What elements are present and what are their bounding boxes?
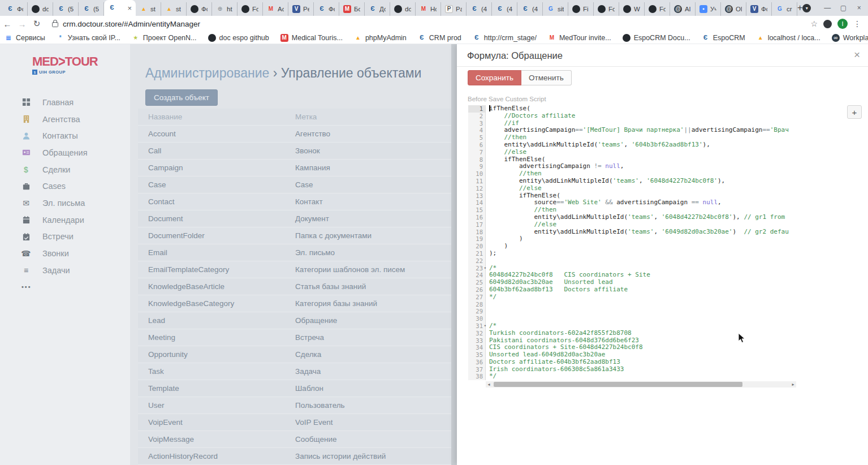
- entity-name-link[interactable]: Account: [138, 130, 295, 138]
- browser-tab[interactable]: ЄДо: [365, 2, 390, 16]
- browser-tab[interactable]: Fo: [237, 2, 263, 16]
- code-line[interactable]: 4 advertisingCampaign=='[MedTour] Врачи …: [468, 127, 796, 134]
- fold-arrow-icon[interactable]: ▾: [484, 265, 486, 271]
- code-text[interactable]: source=='Web Site' && advertisingCampaig…: [486, 199, 796, 206]
- entity-name-link[interactable]: Meeting: [138, 333, 295, 342]
- code-line[interactable]: 32Turkish coordinators-602a42f855f2b8708: [468, 330, 796, 337]
- code-text[interactable]: Pakistani coordinators-6048d376dd6be6f23: [486, 337, 796, 345]
- code-editor[interactable]: 1ifThenElse(2 //Doctors affiliate3 //if4…: [468, 105, 796, 388]
- entity-name-link[interactable]: Campaign: [138, 163, 295, 172]
- bookmark-item[interactable]: ЄEspoCRM: [702, 34, 745, 42]
- entity-name-link[interactable]: Lead: [138, 316, 295, 325]
- code-text[interactable]: //Doctors affiliate: [486, 113, 796, 120]
- code-text[interactable]: entity\addLinkMultipleId('teams', '604b3…: [486, 141, 796, 149]
- bookmark-item[interactable]: MMedical Touris...: [280, 34, 343, 42]
- scroll-right-icon[interactable]: ▸: [790, 381, 796, 388]
- omnibox[interactable]: crm.doctour.store/#Admin/entityManager: [52, 20, 810, 28]
- browser-tab[interactable]: Є(4: [492, 2, 517, 16]
- bookmark-item[interactable]: MMedTour invite...: [548, 34, 611, 42]
- code-text[interactable]: //then: [486, 206, 796, 214]
- code-text[interactable]: Turkish coordinators-602a42f855f2b8708: [486, 330, 796, 337]
- browser-tab[interactable]: MБо: [339, 2, 365, 16]
- entity-name-link[interactable]: VoipEvent: [138, 418, 295, 427]
- code-text[interactable]: 6048d4227b24bc0f8 CIS coordinators + Sit…: [486, 272, 796, 279]
- code-text[interactable]: );: [486, 250, 796, 257]
- browser-tab[interactable]: Gcr: [772, 2, 797, 16]
- code-line[interactable]: 29: [468, 308, 796, 315]
- browser-tab[interactable]: Є(5: [79, 2, 104, 16]
- bookmark-item[interactable]: Єhttp://crm_stage/: [473, 34, 537, 42]
- code-text[interactable]: //else: [486, 185, 796, 192]
- breadcrumb-admin-link[interactable]: Администрирование: [145, 66, 269, 80]
- code-line[interactable]: 5 //then: [468, 134, 796, 141]
- forward-icon[interactable]: →: [15, 18, 29, 30]
- code-line[interactable]: 27*/: [468, 294, 796, 301]
- code-text[interactable]: [486, 301, 796, 308]
- bookmark-star-icon[interactable]: ☆: [810, 19, 818, 28]
- browser-tab[interactable]: VPe: [288, 2, 314, 16]
- code-text[interactable]: Doctors affiliate-604b3bf62aad8bf13: [486, 359, 796, 366]
- close-window-button[interactable]: ×: [852, 1, 866, 15]
- code-text[interactable]: //then: [486, 134, 796, 141]
- browser-tab[interactable]: MHо: [416, 2, 441, 16]
- code-line[interactable]: 28: [468, 301, 796, 308]
- entity-name-link[interactable]: VoipMessage: [138, 435, 295, 444]
- bookmark-item[interactable]: *Узнать свой IP...: [57, 34, 120, 42]
- code-text[interactable]: ifThenElse(: [486, 192, 796, 200]
- minimize-button[interactable]: —: [820, 1, 835, 15]
- close-icon[interactable]: ×: [854, 44, 860, 66]
- code-line[interactable]: 3 //if: [468, 120, 796, 127]
- fold-arrow-icon[interactable]: ▾: [484, 323, 486, 329]
- entity-name-link[interactable]: Document: [138, 214, 295, 223]
- code-text[interactable]: ifThenElse(: [486, 105, 796, 113]
- code-line[interactable]: 8 ifThenElse(: [468, 156, 796, 163]
- sidebar-item-person[interactable]: Контакты: [0, 127, 130, 144]
- entity-name-link[interactable]: KnowledgeBaseCategory: [138, 299, 295, 308]
- sidebar-item-briefcase[interactable]: Cases: [0, 178, 130, 195]
- code-line[interactable]: 34CIS coordinators + Site-6048d4227b24bc…: [468, 344, 796, 351]
- code-text[interactable]: //then: [486, 170, 796, 178]
- bookmark-item[interactable]: EspoCRM Docu...: [623, 34, 690, 42]
- back-icon[interactable]: ←: [0, 18, 15, 30]
- browser-tab[interactable]: @Ol: [721, 2, 746, 16]
- bookmark-item[interactable]: ∞Workplace: [832, 34, 868, 42]
- browser-tab-active[interactable]: Є×: [104, 0, 136, 16]
- code-text[interactable]: ): [486, 235, 796, 243]
- code-text[interactable]: ifThenElse(: [486, 156, 796, 163]
- code-line[interactable]: 2 //Doctors affiliate: [468, 113, 796, 120]
- code-line[interactable]: 13 ifThenElse(: [468, 192, 796, 200]
- code-line[interactable]: 37Irish coordinators-606308c5a861a3433: [468, 366, 796, 373]
- browser-tab[interactable]: Є(4: [467, 2, 492, 16]
- browser-tab[interactable]: PPa: [441, 2, 467, 16]
- entity-name-link[interactable]: Template: [138, 384, 295, 393]
- entity-name-link[interactable]: User: [138, 401, 295, 410]
- code-line[interactable]: 30: [468, 315, 796, 322]
- code-line[interactable]: 12 //else: [468, 185, 796, 192]
- code-line[interactable]: 22: [468, 257, 796, 265]
- code-text[interactable]: //else: [486, 149, 796, 156]
- browser-tab[interactable]: Fo: [645, 2, 670, 16]
- code-text[interactable]: Unsorted lead-6049d82d0ac3b20ae: [486, 351, 796, 359]
- editor-hscrollbar[interactable]: ◂ ▸: [486, 381, 796, 388]
- code-line[interactable]: 21);: [468, 250, 796, 257]
- bookmark-item[interactable]: ▲localhost / loca...: [757, 34, 821, 42]
- code-text[interactable]: ): [486, 243, 796, 250]
- browser-tab[interactable]: Є(4: [517, 2, 543, 16]
- entity-name-link[interactable]: KnowledgeBaseArticle: [138, 282, 295, 291]
- entity-name-link[interactable]: Opportunity: [138, 350, 295, 359]
- sidebar-more-icon[interactable]: •••: [21, 283, 130, 290]
- code-text[interactable]: entity\addLinkMultipleId('teams', '6048d…: [486, 214, 796, 221]
- sidebar-item-envelope[interactable]: ✉Эл. письма: [0, 195, 130, 212]
- entity-name-link[interactable]: DocumentFolder: [138, 231, 295, 240]
- bookmark-item[interactable]: ▦Сервисы: [5, 34, 45, 42]
- browser-tab[interactable]: do: [390, 2, 416, 16]
- browser-tab[interactable]: @Al: [670, 2, 696, 16]
- sidebar-item-tasklist[interactable]: ≡Задачи: [0, 262, 130, 279]
- sidebar-item-idcard[interactable]: Обращения: [0, 144, 130, 161]
- page-scrollbar[interactable]: [451, 44, 457, 465]
- browser-tab[interactable]: ▪Уч: [696, 2, 721, 16]
- code-text[interactable]: [486, 315, 796, 322]
- code-line[interactable]: 10 //then: [468, 170, 796, 178]
- entity-name-link[interactable]: Task: [138, 367, 295, 376]
- sidebar-item-calendar[interactable]: Календари: [0, 212, 130, 229]
